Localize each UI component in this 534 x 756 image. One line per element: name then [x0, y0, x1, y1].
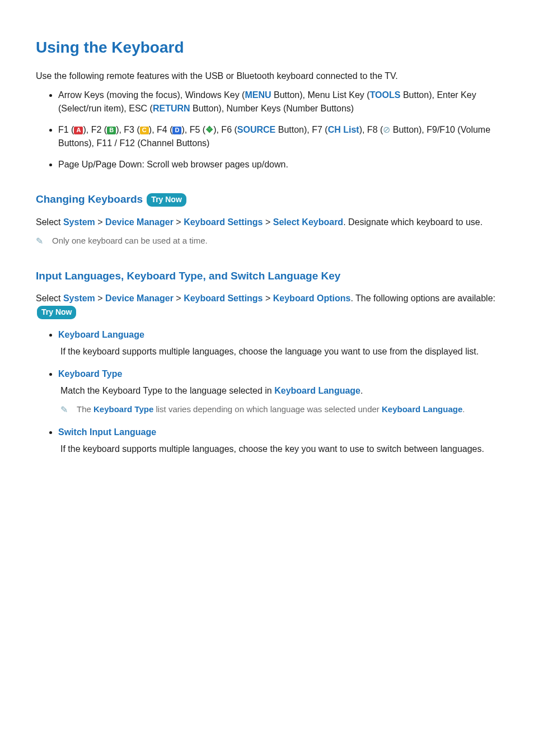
path-select-keyboard: Select Keyboard [273, 217, 343, 227]
path-device-manager: Device Manager [105, 293, 174, 303]
path-system: System [63, 217, 95, 227]
chlist-key: CH List [328, 125, 359, 134]
list-item: Arrow Keys (moving the focus), Windows K… [58, 88, 498, 115]
section-input-languages: Input Languages, Keyboard Type, and Swit… [36, 268, 498, 284]
try-now-pill[interactable]: Try Now [37, 306, 76, 319]
note-keyboard-type: ✎ The Keyboard Type list varies dependin… [58, 403, 498, 417]
b-key-icon: B [107, 127, 116, 134]
keyboard-options-path: Select System > Device Manager > Keyboar… [36, 292, 498, 319]
pencil-icon: ✎ [60, 403, 68, 417]
path-keyboard-options: Keyboard Options [273, 293, 351, 303]
return-key: RETURN [153, 104, 190, 113]
list-item: Page Up/Page Down: Scroll web browser pa… [58, 158, 498, 171]
d-key-icon: D [172, 127, 181, 134]
try-now-pill[interactable]: Try Now [147, 193, 186, 207]
pencil-icon: ✎ [36, 235, 43, 248]
section-changing-keyboards: Changing Keyboards Try Now [36, 192, 498, 208]
path-keyboard-settings: Keyboard Settings [184, 293, 263, 303]
path-system: System [63, 293, 95, 303]
list-item: F1 (A), F2 (B), F3 (C), F4 (D), F5 (❖), … [58, 123, 498, 150]
a-key-icon: A [74, 127, 83, 134]
menu-key: MENU [245, 90, 271, 100]
tools-key: TOOLS [370, 90, 401, 100]
voice-icon: ❖ [205, 125, 213, 134]
option-title: Switch Input Language [58, 426, 498, 439]
option-body: Match the Keyboard Type to the language … [58, 384, 498, 398]
keyboard-language-ref: Keyboard Language [274, 386, 360, 395]
path-keyboard-settings: Keyboard Settings [184, 217, 263, 227]
option-keyboard-language: Keyboard Language If the keyboard suppor… [58, 328, 498, 358]
option-title: Keyboard Language [58, 328, 498, 342]
option-title: Keyboard Type [58, 367, 498, 381]
note-one-keyboard: ✎ Only one keyboard can be used at a tim… [36, 235, 498, 248]
keyboard-language-ref: Keyboard Language [382, 404, 462, 414]
source-key: SOURCE [237, 125, 275, 134]
c-key-icon: C [140, 127, 149, 134]
mute-icon: ⊘ [383, 125, 390, 134]
option-switch-input-language: Switch Input Language If the keyboard su… [58, 426, 498, 456]
intro-text: Use the following remote features with t… [36, 69, 498, 83]
path-device-manager: Device Manager [105, 217, 174, 227]
option-body: If the keyboard supports multiple langua… [58, 442, 498, 456]
feature-list: Arrow Keys (moving the focus), Windows K… [36, 88, 498, 171]
option-body: If the keyboard supports multiple langua… [58, 345, 498, 358]
option-keyboard-type: Keyboard Type Match the Keyboard Type to… [58, 367, 498, 417]
page-title: Using the Keyboard [36, 36, 498, 59]
changing-keyboards-path: Select System > Device Manager > Keyboar… [36, 216, 498, 229]
options-list: Keyboard Language If the keyboard suppor… [36, 328, 498, 456]
keyboard-type-ref: Keyboard Type [93, 404, 153, 414]
